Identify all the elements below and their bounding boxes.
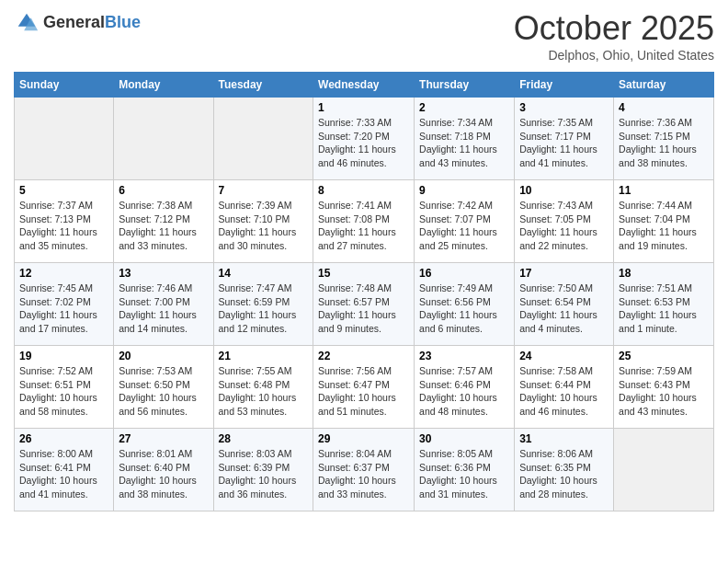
logo-blue: Blue — [105, 13, 141, 31]
day-number: 3 — [519, 101, 609, 114]
calendar-cell: 10Sunrise: 7:43 AM Sunset: 7:05 PM Dayli… — [515, 180, 614, 263]
day-number: 26 — [19, 432, 108, 445]
day-info: Sunrise: 7:43 AM Sunset: 7:05 PM Dayligh… — [519, 199, 609, 253]
calendar-table: SundayMondayTuesdayWednesdayThursdayFrid… — [14, 72, 714, 511]
calendar-cell: 21Sunrise: 7:55 AM Sunset: 6:48 PM Dayli… — [213, 346, 313, 429]
day-info: Sunrise: 8:04 AM Sunset: 6:37 PM Dayligh… — [318, 447, 409, 501]
calendar-cell: 7Sunrise: 7:39 AM Sunset: 7:10 PM Daylig… — [213, 180, 313, 263]
calendar-cell: 29Sunrise: 8:04 AM Sunset: 6:37 PM Dayli… — [313, 429, 415, 511]
day-number: 18 — [619, 267, 709, 280]
calendar-week-3: 12Sunrise: 7:45 AM Sunset: 7:02 PM Dayli… — [15, 263, 714, 346]
day-number: 13 — [119, 267, 208, 280]
calendar-cell: 12Sunrise: 7:45 AM Sunset: 7:02 PM Dayli… — [15, 263, 114, 346]
day-info: Sunrise: 7:42 AM Sunset: 7:07 PM Dayligh… — [419, 199, 509, 253]
day-info: Sunrise: 7:45 AM Sunset: 7:02 PM Dayligh… — [19, 282, 108, 336]
day-number: 16 — [419, 267, 509, 280]
calendar-cell: 23Sunrise: 7:57 AM Sunset: 6:46 PM Dayli… — [415, 346, 515, 429]
day-info: Sunrise: 7:55 AM Sunset: 6:48 PM Dayligh… — [219, 364, 309, 419]
calendar-cell: 13Sunrise: 7:46 AM Sunset: 7:00 PM Dayli… — [114, 263, 213, 346]
day-info: Sunrise: 7:51 AM Sunset: 6:53 PM Dayligh… — [619, 282, 709, 336]
day-info: Sunrise: 8:00 AM Sunset: 6:41 PM Dayligh… — [19, 447, 108, 501]
day-info: Sunrise: 7:38 AM Sunset: 7:12 PM Dayligh… — [119, 199, 208, 253]
day-number: 6 — [119, 184, 208, 197]
day-info: Sunrise: 7:46 AM Sunset: 7:00 PM Dayligh… — [119, 282, 208, 336]
day-info: Sunrise: 8:05 AM Sunset: 6:36 PM Dayligh… — [419, 447, 509, 501]
day-header-thursday: Thursday — [415, 73, 515, 98]
day-info: Sunrise: 8:06 AM Sunset: 6:35 PM Dayligh… — [519, 447, 609, 501]
day-info: Sunrise: 7:53 AM Sunset: 6:50 PM Dayligh… — [119, 364, 208, 419]
calendar-cell: 2Sunrise: 7:34 AM Sunset: 7:18 PM Daylig… — [415, 98, 515, 180]
day-number: 8 — [318, 184, 409, 197]
calendar-cell — [213, 98, 313, 180]
page-header: GeneralBlue October 2025 Delphos, Ohio, … — [14, 9, 714, 63]
calendar-cell: 5Sunrise: 7:37 AM Sunset: 7:13 PM Daylig… — [15, 180, 114, 263]
day-info: Sunrise: 7:33 AM Sunset: 7:20 PM Dayligh… — [318, 116, 409, 170]
day-info: Sunrise: 7:37 AM Sunset: 7:13 PM Dayligh… — [19, 199, 108, 253]
calendar-cell: 11Sunrise: 7:44 AM Sunset: 7:04 PM Dayli… — [614, 180, 714, 263]
title-block: October 2025 Delphos, Ohio, United State… — [514, 9, 714, 63]
calendar-cell: 19Sunrise: 7:52 AM Sunset: 6:51 PM Dayli… — [15, 346, 114, 429]
day-number: 5 — [19, 184, 108, 197]
calendar-cell: 27Sunrise: 8:01 AM Sunset: 6:40 PM Dayli… — [114, 429, 213, 511]
calendar-cell: 14Sunrise: 7:47 AM Sunset: 6:59 PM Dayli… — [213, 263, 313, 346]
day-number: 4 — [619, 101, 709, 114]
calendar-cell: 9Sunrise: 7:42 AM Sunset: 7:07 PM Daylig… — [415, 180, 515, 263]
day-header-wednesday: Wednesday — [313, 73, 415, 98]
day-info: Sunrise: 7:44 AM Sunset: 7:04 PM Dayligh… — [619, 199, 709, 253]
day-number: 30 — [419, 432, 509, 445]
day-number: 23 — [419, 350, 509, 362]
calendar-cell: 1Sunrise: 7:33 AM Sunset: 7:20 PM Daylig… — [313, 98, 415, 180]
calendar-cell: 6Sunrise: 7:38 AM Sunset: 7:12 PM Daylig… — [114, 180, 213, 263]
calendar-cell — [15, 98, 114, 180]
day-header-friday: Friday — [515, 73, 614, 98]
calendar-body: 1Sunrise: 7:33 AM Sunset: 7:20 PM Daylig… — [15, 98, 714, 511]
day-info: Sunrise: 7:50 AM Sunset: 6:54 PM Dayligh… — [519, 282, 609, 336]
day-info: Sunrise: 8:01 AM Sunset: 6:40 PM Dayligh… — [119, 447, 208, 501]
calendar-cell: 17Sunrise: 7:50 AM Sunset: 6:54 PM Dayli… — [515, 263, 614, 346]
calendar-cell: 20Sunrise: 7:53 AM Sunset: 6:50 PM Dayli… — [114, 346, 213, 429]
calendar-week-5: 26Sunrise: 8:00 AM Sunset: 6:41 PM Dayli… — [15, 429, 714, 511]
calendar-cell: 16Sunrise: 7:49 AM Sunset: 6:56 PM Dayli… — [415, 263, 515, 346]
day-number: 27 — [119, 432, 208, 445]
calendar-cell: 25Sunrise: 7:59 AM Sunset: 6:43 PM Dayli… — [614, 346, 714, 429]
calendar-cell: 22Sunrise: 7:56 AM Sunset: 6:47 PM Dayli… — [313, 346, 415, 429]
calendar-cell: 3Sunrise: 7:35 AM Sunset: 7:17 PM Daylig… — [515, 98, 614, 180]
day-number: 14 — [219, 267, 309, 280]
calendar-cell — [114, 98, 213, 180]
day-header-sunday: Sunday — [15, 73, 114, 98]
calendar-cell: 31Sunrise: 8:06 AM Sunset: 6:35 PM Dayli… — [515, 429, 614, 511]
calendar-cell: 15Sunrise: 7:48 AM Sunset: 6:57 PM Dayli… — [313, 263, 415, 346]
day-number: 2 — [419, 101, 509, 114]
location: Delphos, Ohio, United States — [514, 48, 714, 63]
calendar-cell — [614, 429, 714, 511]
calendar-cell: 26Sunrise: 8:00 AM Sunset: 6:41 PM Dayli… — [15, 429, 114, 511]
day-number: 20 — [119, 350, 208, 362]
day-info: Sunrise: 7:35 AM Sunset: 7:17 PM Dayligh… — [519, 116, 609, 170]
day-info: Sunrise: 7:41 AM Sunset: 7:08 PM Dayligh… — [318, 199, 409, 253]
calendar-week-2: 5Sunrise: 7:37 AM Sunset: 7:13 PM Daylig… — [15, 180, 714, 263]
calendar-week-4: 19Sunrise: 7:52 AM Sunset: 6:51 PM Dayli… — [15, 346, 714, 429]
day-number: 1 — [318, 101, 409, 114]
day-number: 31 — [519, 432, 609, 445]
month-title: October 2025 — [514, 9, 714, 48]
calendar-cell: 8Sunrise: 7:41 AM Sunset: 7:08 PM Daylig… — [313, 180, 415, 263]
day-number: 7 — [219, 184, 309, 197]
calendar-cell: 30Sunrise: 8:05 AM Sunset: 6:36 PM Dayli… — [415, 429, 515, 511]
logo-general: General — [43, 13, 105, 31]
calendar-header-row: SundayMondayTuesdayWednesdayThursdayFrid… — [15, 73, 714, 98]
logo-icon — [14, 9, 40, 35]
logo: GeneralBlue — [14, 9, 141, 35]
day-header-saturday: Saturday — [614, 73, 714, 98]
day-info: Sunrise: 7:52 AM Sunset: 6:51 PM Dayligh… — [19, 364, 108, 419]
day-info: Sunrise: 7:36 AM Sunset: 7:15 PM Dayligh… — [619, 116, 709, 170]
day-header-monday: Monday — [114, 73, 213, 98]
day-info: Sunrise: 7:56 AM Sunset: 6:47 PM Dayligh… — [318, 364, 409, 419]
calendar-week-1: 1Sunrise: 7:33 AM Sunset: 7:20 PM Daylig… — [15, 98, 714, 180]
day-header-tuesday: Tuesday — [213, 73, 313, 98]
day-info: Sunrise: 7:49 AM Sunset: 6:56 PM Dayligh… — [419, 282, 509, 336]
day-number: 9 — [419, 184, 509, 197]
day-info: Sunrise: 7:57 AM Sunset: 6:46 PM Dayligh… — [419, 364, 509, 419]
day-number: 29 — [318, 432, 409, 445]
calendar-cell: 24Sunrise: 7:58 AM Sunset: 6:44 PM Dayli… — [515, 346, 614, 429]
day-info: Sunrise: 7:59 AM Sunset: 6:43 PM Dayligh… — [619, 364, 709, 419]
